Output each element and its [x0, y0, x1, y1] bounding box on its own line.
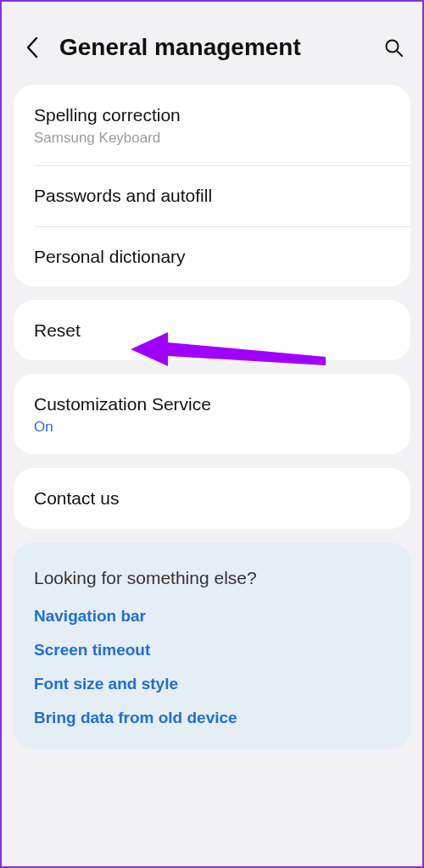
- row-title: Passwords and autofill: [34, 184, 390, 207]
- settings-group-1: Spelling correction Samsung Keyboard Pas…: [14, 85, 410, 287]
- row-passwords-autofill[interactable]: Passwords and autofill: [14, 165, 410, 225]
- search-icon[interactable]: [382, 36, 405, 59]
- back-icon[interactable]: [20, 36, 44, 59]
- row-title: Contact us: [34, 487, 390, 509]
- link-navigation-bar[interactable]: Navigation bar: [34, 607, 390, 626]
- page-title: General management: [59, 34, 382, 61]
- settings-group-contact: Contact us: [14, 468, 410, 528]
- row-personal-dictionary[interactable]: Personal dictionary: [14, 226, 410, 287]
- row-title: Spelling correction: [34, 103, 390, 126]
- settings-group-reset: Reset: [14, 300, 410, 360]
- header: General management: [14, 14, 410, 85]
- row-contact-us[interactable]: Contact us: [14, 468, 410, 528]
- footer-suggestions: Looking for something else? Navigation b…: [14, 542, 410, 749]
- row-title: Reset: [34, 319, 390, 342]
- link-font-size-style[interactable]: Font size and style: [34, 675, 390, 693]
- row-reset[interactable]: Reset: [14, 300, 410, 360]
- link-screen-timeout[interactable]: Screen timeout: [34, 641, 390, 659]
- footer-heading: Looking for something else?: [34, 568, 390, 588]
- row-spelling-correction[interactable]: Spelling correction Samsung Keyboard: [14, 85, 410, 165]
- settings-group-customization: Customization Service On: [14, 374, 410, 454]
- link-bring-data[interactable]: Bring data from old device: [34, 709, 390, 727]
- svg-line-1: [397, 51, 402, 56]
- row-title: Personal dictionary: [34, 245, 390, 268]
- row-title: Customization Service: [34, 392, 390, 415]
- row-subtitle: Samsung Keyboard: [34, 130, 390, 147]
- row-subtitle: On: [34, 419, 390, 436]
- row-customization-service[interactable]: Customization Service On: [14, 374, 410, 454]
